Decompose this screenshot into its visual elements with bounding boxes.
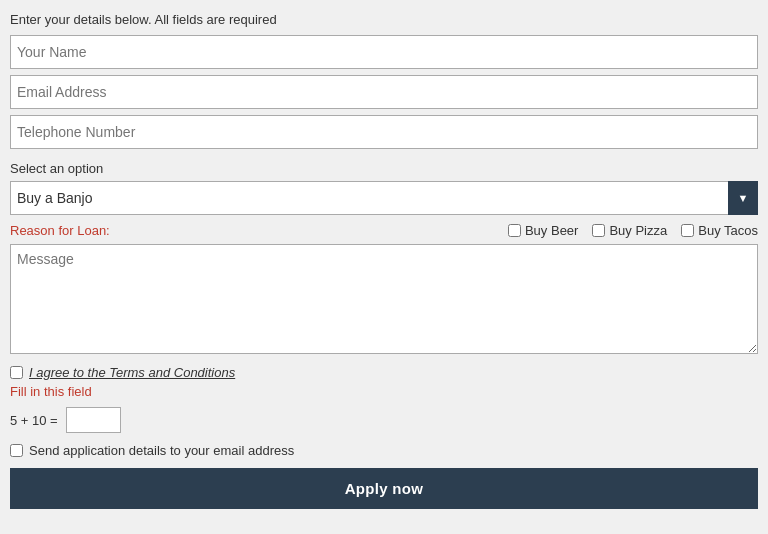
email-input[interactable] [10, 75, 758, 109]
checkbox-buy-pizza[interactable]: Buy Pizza [592, 223, 667, 238]
buy-tacos-checkbox[interactable] [681, 224, 694, 237]
email-copy-checkbox[interactable] [10, 444, 23, 457]
captcha-row: 5 + 10 = [10, 407, 758, 433]
phone-input[interactable] [10, 115, 758, 149]
terms-row: I agree to the Terms and Conditions [10, 365, 758, 380]
buy-beer-checkbox[interactable] [508, 224, 521, 237]
name-input[interactable] [10, 35, 758, 69]
select-wrapper: Buy a Banjo Buy a Guitar Buy a Piano [10, 181, 758, 215]
message-textarea[interactable] [10, 244, 758, 354]
email-copy-label: Send application details to your email a… [29, 443, 294, 458]
captcha-input[interactable] [66, 407, 121, 433]
captcha-equation: 5 + 10 = [10, 413, 58, 428]
checkbox-buy-tacos[interactable]: Buy Tacos [681, 223, 758, 238]
email-copy-row: Send application details to your email a… [10, 443, 758, 458]
terms-label[interactable]: I agree to the Terms and Conditions [29, 365, 235, 380]
reason-label: Reason for Loan: [10, 223, 110, 238]
buy-tacos-label: Buy Tacos [698, 223, 758, 238]
buy-pizza-label: Buy Pizza [609, 223, 667, 238]
validation-message: Fill in this field [10, 384, 758, 399]
select-label: Select an option [10, 161, 758, 176]
form-container: Enter your details below. All fields are… [0, 0, 768, 534]
apply-now-button[interactable]: Apply now [10, 468, 758, 509]
checkboxes-group: Buy Beer Buy Pizza Buy Tacos [508, 223, 758, 238]
buy-pizza-checkbox[interactable] [592, 224, 605, 237]
reason-row: Reason for Loan: Buy Beer Buy Pizza Buy … [10, 223, 758, 238]
buy-beer-label: Buy Beer [525, 223, 578, 238]
checkbox-buy-beer[interactable]: Buy Beer [508, 223, 578, 238]
option-select[interactable]: Buy a Banjo Buy a Guitar Buy a Piano [10, 181, 758, 215]
terms-checkbox[interactable] [10, 366, 23, 379]
intro-text: Enter your details below. All fields are… [10, 12, 758, 27]
